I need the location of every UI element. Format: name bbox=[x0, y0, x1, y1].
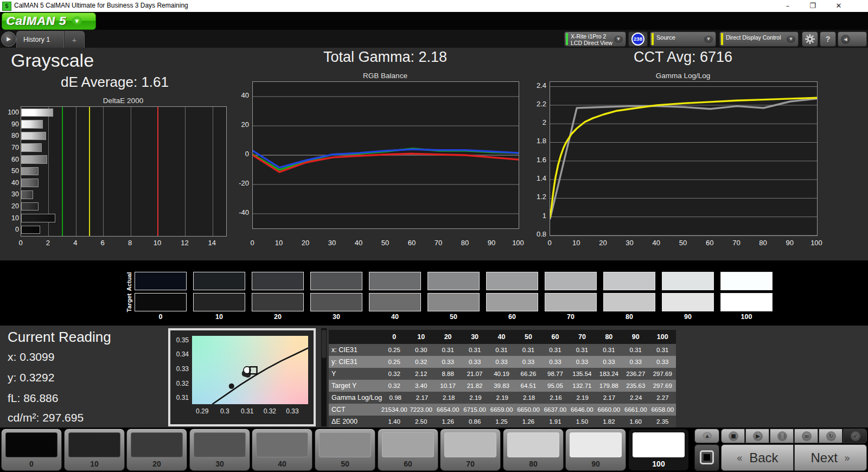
pattern-level-button-50[interactable]: 50 bbox=[315, 429, 375, 471]
pattern-window-button[interactable] bbox=[694, 444, 719, 471]
display-control-dropdown[interactable]: Direct Display Control ▼ bbox=[719, 31, 799, 47]
chevron-left-icon: ◀ bbox=[841, 35, 850, 44]
deltae-refline-warning bbox=[89, 107, 90, 236]
next-chevrons-icon: » bbox=[844, 452, 851, 464]
table-cell-Target-Y-20: 10.17 bbox=[435, 380, 461, 392]
table-row-label: x: CIE31 bbox=[329, 344, 381, 356]
gamma-plot-ytick-0.8: 0.8 bbox=[524, 230, 546, 238]
restore-icon[interactable]: ❐ bbox=[805, 1, 821, 11]
grayscale-swatch-strip: Actual Target 0102030405060708090100 bbox=[0, 260, 868, 326]
swatch-level-label-60: 60 bbox=[486, 313, 538, 321]
table-cell-Y-30: 21.07 bbox=[461, 368, 488, 380]
play-button[interactable]: ▶ bbox=[745, 429, 769, 443]
cie-xtick-0.3: 0.3 bbox=[215, 407, 234, 415]
swatch-level-label-0: 0 bbox=[135, 313, 187, 321]
deltae-gridline bbox=[185, 107, 186, 236]
stop-button[interactable]: ■ bbox=[721, 429, 745, 443]
pattern-level-button-40[interactable]: 40 bbox=[252, 429, 312, 471]
table-cell-Y-80: 183.24 bbox=[596, 368, 622, 380]
help-button[interactable]: ? bbox=[820, 31, 836, 47]
pattern-level-button-20[interactable]: 20 bbox=[126, 429, 187, 471]
collapse-panel-button[interactable]: ◀ bbox=[838, 31, 867, 47]
minimize-icon[interactable]: – bbox=[780, 1, 796, 11]
pattern-level-label-20: 20 bbox=[127, 460, 187, 468]
source-label: Source bbox=[656, 34, 675, 41]
table-row: Target Y0.323.4010.1721.8239.8364.5195.0… bbox=[329, 380, 676, 392]
pattern-level-button-30[interactable]: 30 bbox=[189, 429, 250, 471]
cie-chart-panel: 0.350.340.330.320.310.290.30.310.320.33 bbox=[168, 328, 316, 426]
tab-history-1[interactable]: History 1 bbox=[16, 31, 64, 48]
deltae-xtick-8: 8 bbox=[124, 239, 137, 247]
table-cell-CCT-50: 6650.00 bbox=[515, 404, 541, 416]
frame-advance-button[interactable]: [··] bbox=[770, 429, 794, 443]
pattern-level-swatch-90 bbox=[570, 432, 622, 457]
table-cell-CCT-40: 6659.00 bbox=[488, 404, 515, 416]
pattern-level-button-100[interactable]: 100 bbox=[628, 429, 689, 471]
deltae-ylabel-100: 100 bbox=[2, 107, 19, 119]
table-cell-Gamma-Log-Log-90: 2.24 bbox=[623, 392, 649, 404]
table-cell-Gamma-Log-Log-80: 2.17 bbox=[596, 392, 622, 404]
panel-toggle-button[interactable]: ▶ bbox=[1, 31, 16, 47]
settings-button[interactable] bbox=[802, 31, 818, 47]
table-cell--E-2000-30: 0.86 bbox=[461, 416, 488, 428]
confirm-button[interactable]: ✓ bbox=[843, 429, 867, 443]
table-cell-x-CIE31-100: 0.31 bbox=[649, 344, 676, 356]
table-col-header-80: 80 bbox=[596, 330, 622, 344]
pattern-level-label-60: 60 bbox=[378, 460, 438, 468]
refresh-button[interactable]: ↻ bbox=[819, 429, 843, 443]
expand-controls-button[interactable]: ▲ bbox=[694, 429, 719, 443]
next-button[interactable]: Next » bbox=[794, 444, 867, 471]
deltae-ylabel-70: 70 bbox=[2, 142, 19, 154]
target-swatch-70 bbox=[545, 293, 597, 311]
table-row-label: y: CIE31 bbox=[329, 356, 381, 368]
table-cell-CCT-100: 6658.00 bbox=[649, 404, 676, 416]
table-row: ΔE 20001.402.501.260.861.251.261.911.501… bbox=[329, 416, 676, 428]
pattern-level-button-70[interactable]: 70 bbox=[440, 429, 501, 471]
table-cell--E-2000-70: 1.50 bbox=[569, 416, 595, 428]
pattern-control-bar: ▲ « Back Next » 0102030405060708090100■▶… bbox=[0, 428, 868, 472]
pattern-level-button-80[interactable]: 80 bbox=[503, 429, 564, 471]
source-dropdown[interactable]: Source ▼ bbox=[650, 31, 716, 47]
table-cell-y-CIE31-70: 0.33 bbox=[569, 356, 595, 368]
pattern-level-button-0[interactable]: 0 bbox=[1, 429, 62, 471]
gamma-plot-ytick-2.2: 2.2 bbox=[524, 100, 546, 108]
table-col-header-40: 40 bbox=[488, 330, 515, 344]
meter-dropdown[interactable]: X-Rite i1Pro 2 LCD Direct View ▼ bbox=[564, 31, 626, 47]
calman-logo-menu[interactable]: CalMAN 5 ▼ bbox=[2, 12, 96, 30]
chevron-down-icon: ▼ bbox=[787, 36, 795, 43]
table-cell-x-CIE31-60: 0.31 bbox=[542, 344, 569, 356]
deltae-gridline bbox=[213, 107, 213, 236]
add-tab-button[interactable]: + bbox=[64, 31, 85, 48]
pattern-level-button-10[interactable]: 10 bbox=[64, 429, 125, 471]
reading-x: x: 0.3099 bbox=[8, 350, 54, 363]
deltae-gridline bbox=[103, 107, 104, 236]
deltae-xtick-2: 2 bbox=[41, 239, 54, 247]
table-cell-Gamma-Log-Log-70: 2.19 bbox=[569, 392, 596, 404]
gamma-plot-xtick-60: 60 bbox=[701, 239, 718, 247]
actual-swatch-50 bbox=[427, 272, 480, 290]
pattern-level-label-10: 10 bbox=[65, 460, 124, 468]
table-cell-Target-Y-50: 64.51 bbox=[515, 380, 541, 392]
source-status-stripe bbox=[652, 33, 654, 45]
table-scrollbar-thumb[interactable] bbox=[322, 330, 326, 358]
frame-advance-icon: [··] bbox=[777, 431, 787, 441]
pattern-level-button-60[interactable]: 60 bbox=[378, 429, 438, 471]
table-header-row: 0102030405060708090100 bbox=[329, 330, 676, 344]
pattern-level-button-90[interactable]: 90 bbox=[565, 429, 626, 471]
table-cell-Y-10: 2.12 bbox=[407, 368, 434, 380]
table-corner-cell bbox=[329, 330, 381, 344]
calman-window: 5 CalMAN 5 CalMAN Ultimate for Business … bbox=[0, 0, 868, 472]
continuous-button[interactable]: ∞ bbox=[794, 429, 818, 443]
back-button[interactable]: « Back bbox=[721, 444, 794, 471]
table-cell-Target-Y-0: 0.32 bbox=[381, 380, 407, 392]
close-icon[interactable]: ✕ bbox=[831, 1, 847, 11]
meter-count-button[interactable]: 238 bbox=[628, 31, 648, 47]
deltae-xtick-14: 14 bbox=[206, 239, 219, 247]
total-gamma-readout: Total Gamma: 2.18 bbox=[252, 49, 518, 66]
table-col-header-70: 70 bbox=[569, 330, 595, 344]
table-cell-x-CIE31-30: 0.31 bbox=[461, 344, 488, 356]
target-swatch-20 bbox=[252, 293, 304, 311]
target-swatch-90 bbox=[662, 293, 714, 311]
table-cell-y-CIE31-0: 0.25 bbox=[381, 356, 407, 368]
pattern-level-swatch-30 bbox=[194, 432, 246, 457]
